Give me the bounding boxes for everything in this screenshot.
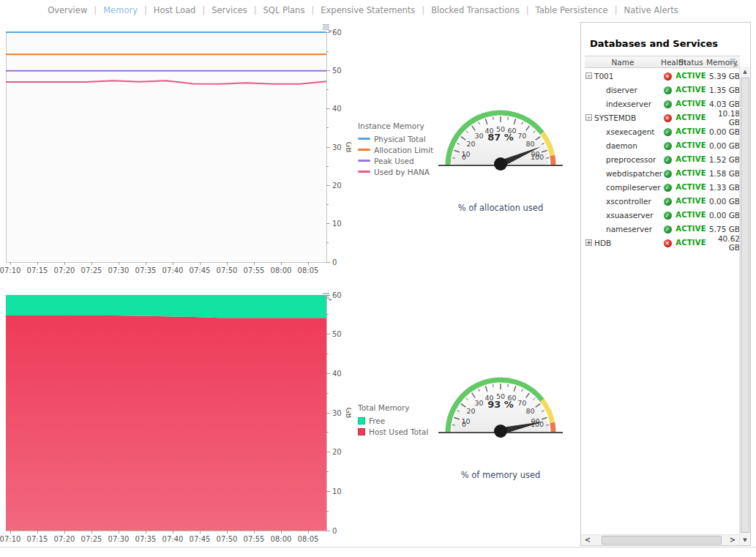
health-ok-icon: ✓ (664, 184, 672, 192)
svg-text:60: 60 (332, 29, 342, 37)
svg-text:07:50: 07:50 (217, 266, 238, 274)
column-header-name[interactable]: Name (585, 58, 661, 67)
tab-sql-plans[interactable]: SQL Plans (257, 5, 312, 15)
svg-text:08:05: 08:05 (298, 535, 319, 543)
svg-text:40: 40 (332, 105, 342, 113)
health-error-icon: ✕ (664, 114, 672, 122)
table-row[interactable]: xsuaaserver✓ACTIVE0.00 GB (585, 208, 740, 222)
health-error-icon: ✕ (664, 239, 672, 247)
collapse-icon[interactable]: - (585, 114, 592, 121)
svg-text:70: 70 (517, 132, 526, 140)
table-row[interactable]: daemon✓ACTIVE0.00 GB (585, 138, 740, 152)
svg-text:30: 30 (332, 143, 342, 152)
status-badge: ACTIVE (675, 155, 706, 163)
chart-menu-icon[interactable] (323, 291, 333, 300)
table-row[interactable]: diserver✓ACTIVE1.35 GB (585, 83, 740, 97)
table-row[interactable]: compileserver✓ACTIVE1.33 GB (585, 180, 740, 194)
gauge-hub (494, 157, 507, 171)
scroll-up-icon[interactable]: ▲ (740, 67, 750, 77)
databases-panel: Databases and Services Name Health Statu… (580, 22, 751, 546)
tab-memory[interactable]: Memory (97, 5, 144, 15)
svg-text:20: 20 (332, 448, 342, 456)
tab-overview[interactable]: Overview (41, 5, 94, 15)
table-row[interactable]: -T001✕ACTIVE5.39 GB (585, 69, 740, 83)
cell-name: +HDB (585, 239, 661, 247)
legend-title: Instance Memory (358, 122, 433, 130)
cell-name: diserver (585, 86, 661, 94)
tab-native-alerts[interactable]: Native Alerts (618, 5, 685, 15)
tab-services[interactable]: Services (205, 5, 254, 15)
svg-text:08:00: 08:00 (271, 535, 292, 543)
tab-blocked-transactions[interactable]: Blocked Transactions (424, 5, 526, 15)
tab-expensive-statements[interactable]: Expensive Statements (314, 5, 422, 15)
table-row[interactable]: xscontroller✓ACTIVE0.00 GB (585, 194, 740, 208)
row-name-label: xsuaaserver (585, 211, 653, 220)
memory-value: 10.18 GB (706, 109, 740, 127)
instance-memory-legend: Instance MemoryPhysical TotalAllocation … (358, 122, 433, 177)
svg-text:07:25: 07:25 (81, 535, 102, 543)
instance-memory-chart: 0102030405060GB07:1007:1507:2007:2507:30… (0, 20, 351, 278)
row-name-label: preprocessor (585, 155, 656, 164)
table-row[interactable]: webdispatcher✓ACTIVE1.58 GB (585, 166, 740, 180)
scroll-left-icon[interactable]: < (583, 535, 593, 545)
row-name-label: compileserver (585, 183, 661, 192)
y-axis-unit-label: GB (345, 408, 351, 419)
cell-health: ✓ (661, 85, 674, 94)
svg-text:50: 50 (332, 330, 342, 338)
legend-label: Host Used Total (369, 427, 428, 436)
status-badge: ACTIVE (675, 225, 706, 233)
table-row[interactable]: preprocessor✓ACTIVE1.52 GB (585, 152, 740, 166)
area-host-used (6, 315, 326, 531)
chart-menu-icon[interactable] (323, 22, 333, 31)
total-memory-legend: Total MemoryFreeHost Used Total (358, 403, 428, 437)
scroll-right-icon[interactable]: > (727, 535, 738, 545)
memory-value: 1.35 GB (706, 86, 740, 94)
y-axis-unit-label: GB (345, 142, 351, 153)
status-badge: ACTIVE (675, 113, 706, 122)
cell-name: indexserver (585, 100, 661, 108)
scroll-down-icon[interactable]: ▼ (740, 535, 750, 545)
svg-text:07:35: 07:35 (135, 535, 157, 543)
vertical-scroll-thumb[interactable] (741, 78, 749, 533)
horizontal-scroll-thumb[interactable] (602, 536, 722, 545)
tab-host-load[interactable]: Host Load (147, 5, 202, 15)
cell-name: xsuaaserver (585, 211, 661, 220)
status-badge: ACTIVE (675, 72, 706, 80)
column-header-status[interactable]: Status (675, 58, 706, 67)
horizontal-scrollbar[interactable]: < > (581, 534, 739, 545)
cell-name: -SYSTEMDB (585, 113, 661, 122)
legend-swatch (358, 138, 370, 140)
tab-table-persistence[interactable]: Table Persistence (529, 5, 615, 15)
expand-icon[interactable]: + (585, 239, 592, 246)
table-row[interactable]: -SYSTEMDB✕ACTIVE10.18 GB (585, 111, 740, 124)
table-settings-icon[interactable] (730, 58, 739, 68)
svg-text:30: 30 (475, 132, 484, 140)
svg-text:08:05: 08:05 (298, 266, 319, 274)
vertical-scrollbar[interactable]: ▲ ▼ (739, 67, 750, 545)
memory-value: 0.00 GB (706, 141, 740, 150)
hamburger-arrow-icon (323, 23, 333, 33)
page-bottom-divider (0, 547, 756, 547)
status-badge: ACTIVE (675, 169, 706, 177)
legend-item: Peak Used (358, 155, 433, 166)
status-badge: ACTIVE (675, 183, 706, 191)
table-body: -T001✕ACTIVE5.39 GBdiserver✓ACTIVE1.35 G… (585, 69, 740, 250)
svg-text:40: 40 (332, 370, 342, 378)
table-row[interactable]: xsexecagent✓ACTIVE0.00 GB (585, 124, 740, 138)
cell-name: nameserver (585, 225, 661, 233)
cell-health: ✓ (661, 154, 674, 164)
legend-item: Allocation Limit (358, 144, 433, 155)
collapse-icon[interactable]: - (585, 72, 592, 79)
cell-name: daemon (585, 141, 661, 150)
legend-title: Total Memory (358, 403, 428, 412)
svg-text:07:20: 07:20 (54, 266, 75, 274)
legend-item: Used by HANA (358, 166, 433, 177)
cell-name: compileserver (585, 183, 661, 192)
cell-name: webdispatcher (585, 169, 661, 178)
memory-value: 4.03 GB (706, 100, 740, 108)
cell-health: ✓ (661, 196, 674, 206)
cell-name: preprocessor (585, 155, 661, 164)
column-header-health[interactable]: Health (661, 58, 674, 67)
table-row[interactable]: +HDB✕ACTIVE40.62 GB (585, 236, 740, 250)
status-badge: ACTIVE (675, 197, 706, 205)
